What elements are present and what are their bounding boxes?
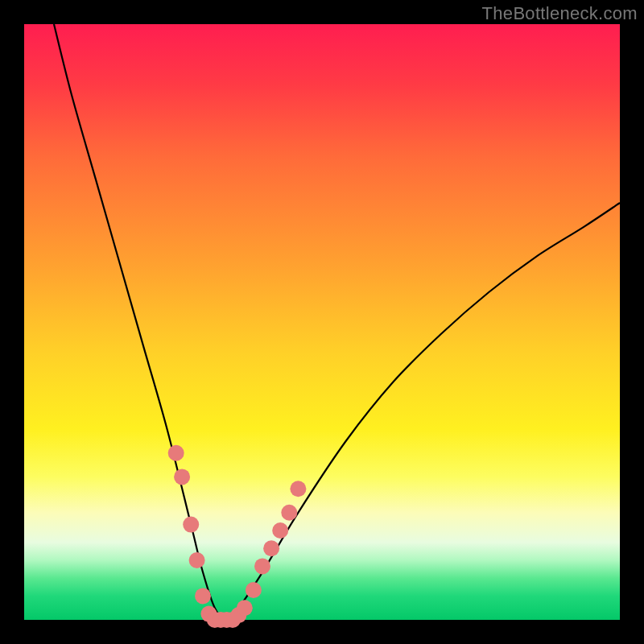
chart-frame: TheBottleneck.com bbox=[0, 0, 644, 644]
highlight-dot bbox=[168, 445, 184, 461]
highlight-dot bbox=[246, 582, 262, 598]
chart-svg bbox=[24, 24, 620, 620]
highlight-dot bbox=[195, 588, 211, 604]
watermark-text: TheBottleneck.com bbox=[482, 3, 638, 24]
highlight-dot bbox=[174, 469, 190, 485]
highlight-dot bbox=[290, 481, 306, 497]
highlight-dots bbox=[168, 445, 307, 628]
highlight-dot bbox=[237, 600, 253, 616]
highlight-dot bbox=[254, 558, 270, 574]
bottleneck-curve bbox=[54, 24, 620, 620]
highlight-dot bbox=[183, 517, 199, 533]
highlight-dot bbox=[263, 540, 279, 556]
highlight-dot bbox=[189, 552, 205, 568]
highlight-dot bbox=[281, 505, 297, 521]
highlight-dot bbox=[272, 522, 288, 539]
